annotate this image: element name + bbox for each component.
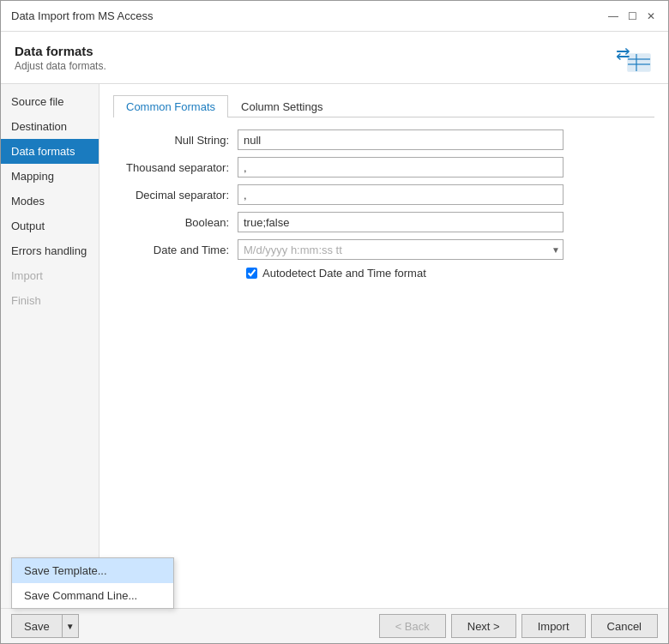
nav-buttons: < Back Next > Import Cancel (379, 614, 658, 638)
sidebar-item-output[interactable]: Output (1, 214, 99, 238)
back-button[interactable]: < Back (379, 614, 446, 638)
null-string-label: Null String: (113, 134, 238, 147)
save-dropdown-button[interactable]: ▼ (62, 614, 79, 638)
chevron-down-small-icon: ▼ (66, 622, 75, 631)
minimize-button[interactable]: — (606, 9, 620, 23)
import-button[interactable]: Import (521, 614, 586, 638)
date-time-label: Date and Time: (113, 244, 238, 256)
thousand-separator-row: Thousand separator: (113, 157, 654, 178)
bottom-section: Save Template... Save Command Line... Sa… (1, 608, 668, 643)
autodetect-label[interactable]: Autodetect Date and Time format (262, 267, 426, 280)
null-string-input[interactable] (238, 129, 564, 150)
sidebar-item-import: Import (1, 263, 99, 288)
title-bar-controls: — ☐ ✕ (606, 9, 658, 23)
sidebar-item-mapping[interactable]: Mapping (1, 164, 99, 189)
content-area: Common Formats Column Settings Null Stri… (99, 84, 668, 608)
sidebar-item-source-file[interactable]: Source file (1, 89, 99, 114)
autodetect-checkbox[interactable] (246, 268, 257, 279)
header-text: Data formats Adjust data formats. (15, 44, 106, 72)
sidebar-item-errors-handling[interactable]: Errors handling (1, 238, 99, 263)
date-time-select[interactable]: M/d/yyyy h:mm:ss tt (238, 239, 564, 260)
main-window: Data Import from MS Access — ☐ ✕ Data fo… (0, 0, 669, 644)
date-time-select-wrapper: M/d/yyyy h:mm:ss tt ▼ (238, 239, 564, 260)
autodetect-row: Autodetect Date and Time format (246, 267, 654, 280)
app-logo-icon: ⇄ (612, 40, 654, 75)
main-content: Source file Destination Data formats Map… (1, 84, 668, 608)
save-dropdown-menu: Save Template... Save Command Line... (11, 557, 174, 609)
null-string-row: Null String: (113, 129, 654, 150)
header-section: Data formats Adjust data formats. ⇄ (1, 32, 668, 84)
tab-common-formats[interactable]: Common Formats (113, 95, 228, 117)
page-subtitle: Adjust data formats. (15, 60, 106, 72)
title-bar: Data Import from MS Access — ☐ ✕ (1, 1, 668, 32)
next-button[interactable]: Next > (451, 614, 516, 638)
svg-rect-1 (628, 54, 650, 71)
boolean-row: Boolean: (113, 212, 654, 232)
page-title: Data formats (15, 44, 106, 58)
date-time-row: Date and Time: M/d/yyyy h:mm:ss tt ▼ (113, 239, 654, 260)
sidebar-item-data-formats[interactable]: Data formats (1, 139, 99, 164)
sidebar: Source file Destination Data formats Map… (1, 84, 99, 608)
maximize-button[interactable]: ☐ (625, 9, 639, 23)
header-logo: ⇄ (612, 40, 654, 75)
save-template-menu-item[interactable]: Save Template... (12, 558, 173, 583)
tabs-bar: Common Formats Column Settings (113, 94, 654, 117)
save-button[interactable]: Save (11, 614, 62, 638)
thousand-separator-label: Thousand separator: (113, 161, 238, 174)
save-command-line-menu-item[interactable]: Save Command Line... (12, 583, 173, 608)
window-title: Data Import from MS Access (11, 9, 153, 22)
boolean-label: Boolean: (113, 216, 238, 229)
close-button[interactable]: ✕ (644, 9, 658, 23)
sidebar-item-finish: Finish (1, 288, 99, 313)
decimal-separator-input[interactable] (238, 184, 564, 205)
decimal-separator-label: Decimal separator: (113, 189, 238, 202)
sidebar-item-modes[interactable]: Modes (1, 189, 99, 214)
thousand-separator-input[interactable] (238, 157, 564, 178)
sidebar-item-destination[interactable]: Destination (1, 114, 99, 139)
tab-column-settings[interactable]: Column Settings (228, 95, 335, 117)
cancel-button[interactable]: Cancel (591, 614, 658, 638)
decimal-separator-row: Decimal separator: (113, 184, 654, 205)
save-button-group: Save Template... Save Command Line... Sa… (11, 614, 79, 638)
boolean-input[interactable] (238, 212, 564, 232)
